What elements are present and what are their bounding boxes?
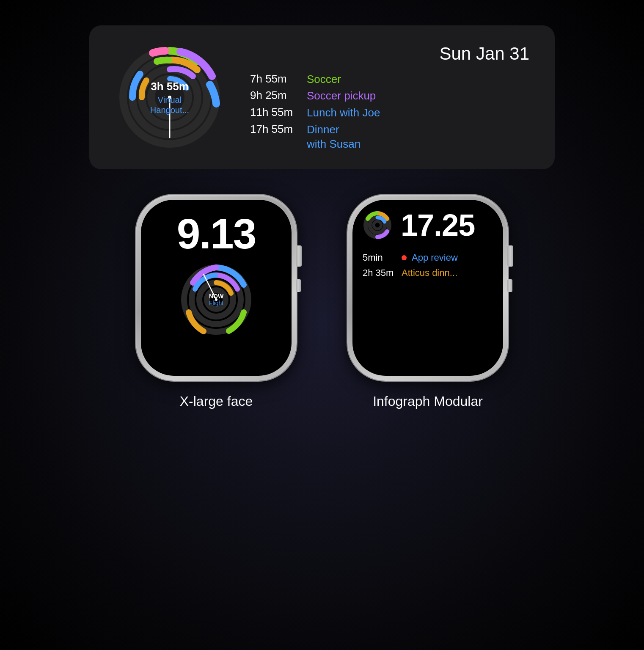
schedule-row: 11h 55m Lunch with Joe [250, 106, 529, 120]
watch-label-infograph: Infograph Modular [373, 394, 483, 409]
schedule-time-3: 11h 55m [250, 106, 297, 119]
xlarge-donut: NOW Flight [178, 262, 254, 338]
xlarge-donut-center: NOW Flight [209, 293, 223, 306]
infograph-time: 17.25 [401, 210, 475, 240]
infograph-dot-1 [402, 255, 407, 260]
watch-item-infograph: 17.25 5min App review 2h 35m Atticus din… [347, 195, 508, 409]
watch-crown-right [507, 245, 513, 267]
infograph-evt-time-2: 2h 35m [363, 267, 396, 278]
schedule-time-1: 7h 55m [250, 72, 297, 85]
schedule-row: 7h 55m Soccer [250, 72, 529, 87]
infograph-top: 17.25 [363, 210, 493, 240]
svg-point-14 [374, 221, 381, 229]
page-container: 3h 55m VirtualHangout... Sun Jan 31 7h 5… [0, 0, 644, 650]
watch-body-xlarge: 9.13 [136, 195, 297, 381]
donut-chart: 3h 55m VirtualHangout... [115, 42, 225, 152]
infograph-evt-name-1: App review [412, 252, 458, 263]
watch-label-xlarge: X-large face [180, 394, 253, 409]
watch-screen-xlarge: 9.13 [141, 200, 292, 376]
schedule-event-3: Lunch with Joe [307, 106, 380, 120]
schedule-event-1: Soccer [307, 72, 341, 87]
xlarge-face: 9.13 [141, 200, 292, 376]
infograph-event-row-1: 5min App review [363, 252, 493, 263]
infograph-event-row-2: 2h 35m Atticus dinn... [363, 267, 493, 278]
infograph-mini-donut [363, 210, 392, 240]
schedule-list: 7h 55m Soccer 9h 25m Soccer pickup 11h 5… [250, 72, 529, 151]
infograph-evt-time-1: 5min [363, 252, 396, 263]
watch-btn-right [507, 279, 512, 292]
xlarge-time: 9.13 [177, 212, 256, 255]
xlarge-flight-label: Flight [209, 300, 223, 306]
xlarge-now-label: NOW [209, 293, 223, 300]
schedule-section: Sun Jan 31 7h 55m Soccer 9h 25m Soccer p… [250, 44, 529, 151]
infograph-events: 5min App review 2h 35m Atticus dinn... [363, 252, 493, 278]
watch-item-xlarge: 9.13 [136, 195, 297, 409]
donut-time: 3h 55m [150, 80, 189, 93]
schedule-event-4: Dinnerwith Susan [307, 123, 361, 151]
schedule-time-4: 17h 55m [250, 123, 297, 136]
schedule-date: Sun Jan 31 [250, 44, 529, 64]
schedule-event-2: Soccer pickup [307, 89, 376, 103]
watch-btn-left [296, 279, 301, 292]
infograph-evt-name-2: Atticus dinn... [402, 267, 457, 278]
donut-center: 3h 55m VirtualHangout... [150, 80, 189, 115]
watch-screen-infograph: 17.25 5min App review 2h 35m Atticus din… [352, 200, 503, 376]
donut-label: VirtualHangout... [150, 95, 189, 115]
watches-row: 9.13 [136, 195, 508, 625]
schedule-time-2: 9h 25m [250, 89, 297, 102]
watch-crown-left [296, 245, 302, 267]
top-widget: 3h 55m VirtualHangout... Sun Jan 31 7h 5… [89, 25, 555, 169]
infograph-face: 17.25 5min App review 2h 35m Atticus din… [352, 200, 503, 376]
watch-body-infograph: 17.25 5min App review 2h 35m Atticus din… [347, 195, 508, 381]
schedule-row: 9h 25m Soccer pickup [250, 89, 529, 103]
schedule-row: 17h 55m Dinnerwith Susan [250, 123, 529, 151]
